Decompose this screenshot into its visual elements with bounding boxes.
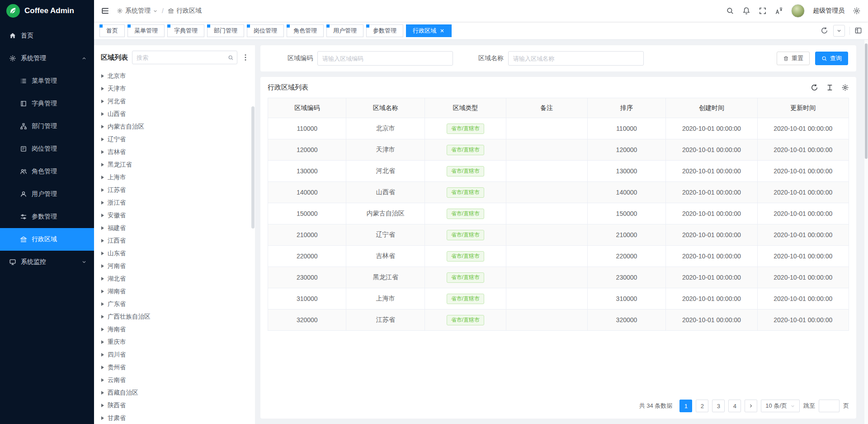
table-row[interactable]: 210000 辽宁省 省市/直辖市 210000 2020-10-01 00:0… xyxy=(268,224,849,246)
tree-item[interactable]: 甘肃省 xyxy=(94,412,255,424)
sidebar-group-system[interactable]: 系统管理 xyxy=(0,47,94,70)
table-column-header[interactable]: 创建时间 xyxy=(666,98,757,118)
app-logo[interactable]: Coffee Admin xyxy=(0,0,94,22)
caret-right-icon[interactable] xyxy=(101,214,104,217)
tree-item[interactable]: 天津市 xyxy=(94,82,255,95)
tree-item[interactable]: 浙江省 xyxy=(94,196,255,209)
caret-right-icon[interactable] xyxy=(101,290,104,293)
tree-item[interactable]: 江西省 xyxy=(94,234,255,247)
nav-tab[interactable]: 行政区域 xyxy=(406,24,452,37)
sidebar-item-home[interactable]: 首页 xyxy=(0,24,94,47)
caret-right-icon[interactable] xyxy=(101,239,104,243)
page-number-button[interactable]: 3 xyxy=(712,400,725,412)
tree-item[interactable]: 陕西省 xyxy=(94,399,255,412)
caret-right-icon[interactable] xyxy=(101,404,104,407)
caret-right-icon[interactable] xyxy=(101,163,104,167)
tree-item[interactable]: 山东省 xyxy=(94,247,255,260)
tree-item[interactable]: 吉林省 xyxy=(94,146,255,158)
search-icon[interactable] xyxy=(224,51,237,64)
translate-icon[interactable] xyxy=(775,7,783,15)
nav-tab[interactable]: 参数管理 xyxy=(366,24,403,37)
caret-right-icon[interactable] xyxy=(101,416,104,420)
refresh-icon[interactable] xyxy=(821,27,829,35)
column-size-icon[interactable] xyxy=(826,84,834,91)
username[interactable]: 超级管理员 xyxy=(813,7,844,15)
caret-right-icon[interactable] xyxy=(101,277,104,281)
table-row[interactable]: 230000 黑龙江省 省市/直辖市 230000 2020-10-01 00:… xyxy=(268,267,849,288)
fullscreen-icon[interactable] xyxy=(759,7,767,15)
more-options-dots-icon[interactable] xyxy=(241,53,250,62)
next-page-button[interactable] xyxy=(745,400,757,412)
caret-right-icon[interactable] xyxy=(101,150,104,154)
table-column-header[interactable]: 备注 xyxy=(506,98,587,118)
reset-button[interactable]: 重置 xyxy=(777,52,810,65)
tree-item[interactable]: 北京市 xyxy=(94,70,255,82)
caret-right-icon[interactable] xyxy=(101,315,104,319)
caret-right-icon[interactable] xyxy=(101,125,104,129)
tree-item[interactable]: 重庆市 xyxy=(94,336,255,348)
tree-item[interactable]: 云南省 xyxy=(94,374,255,386)
table-row[interactable]: 140000 山西省 省市/直辖市 140000 2020-10-01 00:0… xyxy=(268,182,849,203)
tree-item[interactable]: 江苏省 xyxy=(94,184,255,196)
caret-right-icon[interactable] xyxy=(101,112,104,116)
jump-page-input[interactable] xyxy=(819,400,840,412)
caret-right-icon[interactable] xyxy=(101,252,104,255)
caret-right-icon[interactable] xyxy=(101,74,104,78)
tree-item[interactable]: 西藏自治区 xyxy=(94,386,255,399)
table-row[interactable]: 120000 天津市 省市/直辖市 120000 2020-10-01 00:0… xyxy=(268,139,849,161)
sidebar-item-menu-mgmt[interactable]: 菜单管理 xyxy=(0,70,94,92)
nav-tab[interactable]: 部门管理 xyxy=(207,24,244,37)
caret-right-icon[interactable] xyxy=(101,176,104,179)
caret-right-icon[interactable] xyxy=(101,391,104,395)
caret-right-icon[interactable] xyxy=(101,138,104,141)
caret-right-icon[interactable] xyxy=(101,201,104,205)
nav-tab[interactable]: 菜单管理 xyxy=(127,24,165,37)
sidebar-item-role-mgmt[interactable]: 角色管理 xyxy=(0,160,94,183)
breadcrumb-item-system[interactable]: 系统管理 xyxy=(117,7,158,15)
table-column-header[interactable]: 排序 xyxy=(587,98,665,118)
column-settings-gear-icon[interactable] xyxy=(841,84,849,91)
page-number-button[interactable]: 1 xyxy=(679,400,692,412)
page-number-button[interactable]: 4 xyxy=(728,400,741,412)
nav-tab[interactable]: 用户管理 xyxy=(326,24,363,37)
caret-right-icon[interactable] xyxy=(101,340,104,344)
caret-right-icon[interactable] xyxy=(101,100,104,103)
caret-right-icon[interactable] xyxy=(101,378,104,382)
caret-right-icon[interactable] xyxy=(101,353,104,357)
table-column-header[interactable]: 区域类型 xyxy=(425,98,506,118)
refresh-icon[interactable] xyxy=(811,84,818,91)
tree-item[interactable]: 湖北省 xyxy=(94,272,255,285)
sidebar-group-monitor[interactable]: 系统监控 xyxy=(0,251,94,273)
nav-tab[interactable]: 角色管理 xyxy=(287,24,324,37)
table-column-header[interactable]: 区域编码 xyxy=(268,98,346,118)
tree-item[interactable]: 山西省 xyxy=(94,108,255,120)
page-size-select[interactable]: 10 条/页 xyxy=(761,400,800,412)
region-name-input[interactable] xyxy=(508,51,644,66)
tree-item[interactable]: 广东省 xyxy=(94,298,255,310)
page-number-button[interactable]: 2 xyxy=(696,400,708,412)
caret-right-icon[interactable] xyxy=(101,328,104,331)
tree-item[interactable]: 黑龙江省 xyxy=(94,158,255,171)
sidebar-item-user-mgmt[interactable]: 用户管理 xyxy=(0,183,94,205)
theme-settings-gear-icon[interactable] xyxy=(853,7,861,15)
tree-item[interactable]: 贵州省 xyxy=(94,361,255,374)
notification-bell-icon[interactable] xyxy=(742,7,750,15)
tree-item[interactable]: 湖南省 xyxy=(94,285,255,298)
sidebar-item-param-mgmt[interactable]: 参数管理 xyxy=(0,205,94,228)
tree-item[interactable]: 辽宁省 xyxy=(94,133,255,146)
nav-tab[interactable]: 岗位管理 xyxy=(247,24,284,37)
sidebar-item-post-mgmt[interactable]: 岗位管理 xyxy=(0,138,94,160)
page-scrollbar-thumb[interactable] xyxy=(865,43,868,159)
tree-item[interactable]: 内蒙古自治区 xyxy=(94,120,255,133)
table-row[interactable]: 220000 吉林省 省市/直辖市 220000 2020-10-01 00:0… xyxy=(268,246,849,267)
tree-item[interactable]: 福建省 xyxy=(94,222,255,234)
close-icon[interactable] xyxy=(439,28,445,33)
sidebar-item-region[interactable]: 行政区域 xyxy=(0,228,94,251)
page-scrollbar[interactable] xyxy=(864,40,868,424)
sidebar-item-dept-mgmt[interactable]: 部门管理 xyxy=(0,115,94,138)
tree-item[interactable]: 河南省 xyxy=(94,260,255,272)
caret-right-icon[interactable] xyxy=(101,87,104,91)
table-row[interactable]: 130000 河北省 省市/直辖市 130000 2020-10-01 00:0… xyxy=(268,161,849,182)
search-icon[interactable] xyxy=(726,7,734,15)
caret-right-icon[interactable] xyxy=(101,226,104,230)
